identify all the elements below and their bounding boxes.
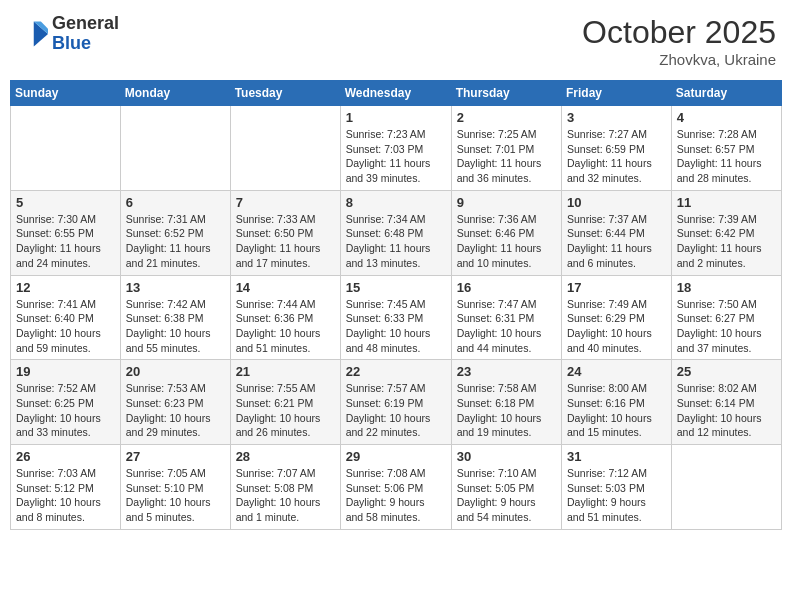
day-info: Sunrise: 7:31 AMSunset: 6:52 PMDaylight:… [126, 212, 225, 271]
weekday-header-saturday: Saturday [671, 81, 781, 106]
day-number: 19 [16, 364, 115, 379]
day-info: Sunrise: 7:36 AMSunset: 6:46 PMDaylight:… [457, 212, 556, 271]
calendar-cell: 2Sunrise: 7:25 AMSunset: 7:01 PMDaylight… [451, 106, 561, 191]
day-info: Sunrise: 7:27 AMSunset: 6:59 PMDaylight:… [567, 127, 666, 186]
calendar-cell: 1Sunrise: 7:23 AMSunset: 7:03 PMDaylight… [340, 106, 451, 191]
day-info: Sunrise: 7:42 AMSunset: 6:38 PMDaylight:… [126, 297, 225, 356]
day-info: Sunrise: 7:25 AMSunset: 7:01 PMDaylight:… [457, 127, 556, 186]
day-number: 30 [457, 449, 556, 464]
calendar-cell: 10Sunrise: 7:37 AMSunset: 6:44 PMDayligh… [562, 190, 672, 275]
calendar-cell [120, 106, 230, 191]
day-number: 8 [346, 195, 446, 210]
calendar-cell: 19Sunrise: 7:52 AMSunset: 6:25 PMDayligh… [11, 360, 121, 445]
calendar-cell: 24Sunrise: 8:00 AMSunset: 6:16 PMDayligh… [562, 360, 672, 445]
calendar-cell: 16Sunrise: 7:47 AMSunset: 6:31 PMDayligh… [451, 275, 561, 360]
day-info: Sunrise: 7:50 AMSunset: 6:27 PMDaylight:… [677, 297, 776, 356]
calendar-cell: 7Sunrise: 7:33 AMSunset: 6:50 PMDaylight… [230, 190, 340, 275]
day-number: 16 [457, 280, 556, 295]
day-info: Sunrise: 7:28 AMSunset: 6:57 PMDaylight:… [677, 127, 776, 186]
day-info: Sunrise: 7:53 AMSunset: 6:23 PMDaylight:… [126, 381, 225, 440]
day-info: Sunrise: 7:58 AMSunset: 6:18 PMDaylight:… [457, 381, 556, 440]
day-number: 12 [16, 280, 115, 295]
calendar-cell: 12Sunrise: 7:41 AMSunset: 6:40 PMDayligh… [11, 275, 121, 360]
calendar-cell: 9Sunrise: 7:36 AMSunset: 6:46 PMDaylight… [451, 190, 561, 275]
calendar-cell: 21Sunrise: 7:55 AMSunset: 6:21 PMDayligh… [230, 360, 340, 445]
calendar-cell: 14Sunrise: 7:44 AMSunset: 6:36 PMDayligh… [230, 275, 340, 360]
day-number: 1 [346, 110, 446, 125]
calendar-cell [230, 106, 340, 191]
calendar-cell: 26Sunrise: 7:03 AMSunset: 5:12 PMDayligh… [11, 445, 121, 530]
day-number: 5 [16, 195, 115, 210]
calendar-cell: 29Sunrise: 7:08 AMSunset: 5:06 PMDayligh… [340, 445, 451, 530]
calendar-cell: 30Sunrise: 7:10 AMSunset: 5:05 PMDayligh… [451, 445, 561, 530]
day-info: Sunrise: 7:05 AMSunset: 5:10 PMDaylight:… [126, 466, 225, 525]
day-info: Sunrise: 7:41 AMSunset: 6:40 PMDaylight:… [16, 297, 115, 356]
month-title: October 2025 [582, 14, 776, 51]
day-number: 26 [16, 449, 115, 464]
day-info: Sunrise: 7:37 AMSunset: 6:44 PMDaylight:… [567, 212, 666, 271]
day-number: 13 [126, 280, 225, 295]
calendar-table: SundayMondayTuesdayWednesdayThursdayFrid… [10, 80, 782, 530]
day-info: Sunrise: 7:10 AMSunset: 5:05 PMDaylight:… [457, 466, 556, 525]
calendar-cell: 22Sunrise: 7:57 AMSunset: 6:19 PMDayligh… [340, 360, 451, 445]
day-number: 29 [346, 449, 446, 464]
day-number: 11 [677, 195, 776, 210]
title-block: October 2025 Zhovkva, Ukraine [582, 14, 776, 68]
day-info: Sunrise: 7:55 AMSunset: 6:21 PMDaylight:… [236, 381, 335, 440]
day-number: 3 [567, 110, 666, 125]
calendar-cell: 28Sunrise: 7:07 AMSunset: 5:08 PMDayligh… [230, 445, 340, 530]
day-info: Sunrise: 7:45 AMSunset: 6:33 PMDaylight:… [346, 297, 446, 356]
calendar-cell: 18Sunrise: 7:50 AMSunset: 6:27 PMDayligh… [671, 275, 781, 360]
day-info: Sunrise: 7:44 AMSunset: 6:36 PMDaylight:… [236, 297, 335, 356]
day-number: 6 [126, 195, 225, 210]
weekday-header-thursday: Thursday [451, 81, 561, 106]
day-number: 22 [346, 364, 446, 379]
day-number: 10 [567, 195, 666, 210]
week-row-5: 26Sunrise: 7:03 AMSunset: 5:12 PMDayligh… [11, 445, 782, 530]
calendar-cell: 5Sunrise: 7:30 AMSunset: 6:55 PMDaylight… [11, 190, 121, 275]
calendar-cell: 17Sunrise: 7:49 AMSunset: 6:29 PMDayligh… [562, 275, 672, 360]
weekday-header-tuesday: Tuesday [230, 81, 340, 106]
week-row-4: 19Sunrise: 7:52 AMSunset: 6:25 PMDayligh… [11, 360, 782, 445]
calendar-cell: 11Sunrise: 7:39 AMSunset: 6:42 PMDayligh… [671, 190, 781, 275]
week-row-1: 1Sunrise: 7:23 AMSunset: 7:03 PMDaylight… [11, 106, 782, 191]
calendar-cell: 27Sunrise: 7:05 AMSunset: 5:10 PMDayligh… [120, 445, 230, 530]
day-info: Sunrise: 7:49 AMSunset: 6:29 PMDaylight:… [567, 297, 666, 356]
calendar-cell: 31Sunrise: 7:12 AMSunset: 5:03 PMDayligh… [562, 445, 672, 530]
logo-text: General Blue [52, 14, 119, 54]
calendar-cell: 23Sunrise: 7:58 AMSunset: 6:18 PMDayligh… [451, 360, 561, 445]
day-number: 7 [236, 195, 335, 210]
day-info: Sunrise: 7:33 AMSunset: 6:50 PMDaylight:… [236, 212, 335, 271]
day-info: Sunrise: 7:23 AMSunset: 7:03 PMDaylight:… [346, 127, 446, 186]
week-row-2: 5Sunrise: 7:30 AMSunset: 6:55 PMDaylight… [11, 190, 782, 275]
day-number: 27 [126, 449, 225, 464]
day-info: Sunrise: 7:52 AMSunset: 6:25 PMDaylight:… [16, 381, 115, 440]
calendar-cell: 8Sunrise: 7:34 AMSunset: 6:48 PMDaylight… [340, 190, 451, 275]
location-subtitle: Zhovkva, Ukraine [582, 51, 776, 68]
day-info: Sunrise: 7:30 AMSunset: 6:55 PMDaylight:… [16, 212, 115, 271]
calendar-cell [11, 106, 121, 191]
logo-blue: Blue [52, 34, 119, 54]
day-info: Sunrise: 7:03 AMSunset: 5:12 PMDaylight:… [16, 466, 115, 525]
day-number: 28 [236, 449, 335, 464]
calendar-cell: 20Sunrise: 7:53 AMSunset: 6:23 PMDayligh… [120, 360, 230, 445]
day-info: Sunrise: 7:57 AMSunset: 6:19 PMDaylight:… [346, 381, 446, 440]
calendar-cell: 15Sunrise: 7:45 AMSunset: 6:33 PMDayligh… [340, 275, 451, 360]
day-number: 14 [236, 280, 335, 295]
day-info: Sunrise: 8:02 AMSunset: 6:14 PMDaylight:… [677, 381, 776, 440]
day-info: Sunrise: 7:07 AMSunset: 5:08 PMDaylight:… [236, 466, 335, 525]
day-info: Sunrise: 8:00 AMSunset: 6:16 PMDaylight:… [567, 381, 666, 440]
day-number: 31 [567, 449, 666, 464]
weekday-header-monday: Monday [120, 81, 230, 106]
day-number: 23 [457, 364, 556, 379]
day-number: 15 [346, 280, 446, 295]
day-info: Sunrise: 7:47 AMSunset: 6:31 PMDaylight:… [457, 297, 556, 356]
logo-general: General [52, 14, 119, 34]
calendar-cell: 4Sunrise: 7:28 AMSunset: 6:57 PMDaylight… [671, 106, 781, 191]
day-number: 21 [236, 364, 335, 379]
day-number: 18 [677, 280, 776, 295]
day-info: Sunrise: 7:08 AMSunset: 5:06 PMDaylight:… [346, 466, 446, 525]
day-info: Sunrise: 7:39 AMSunset: 6:42 PMDaylight:… [677, 212, 776, 271]
day-number: 24 [567, 364, 666, 379]
day-info: Sunrise: 7:12 AMSunset: 5:03 PMDaylight:… [567, 466, 666, 525]
